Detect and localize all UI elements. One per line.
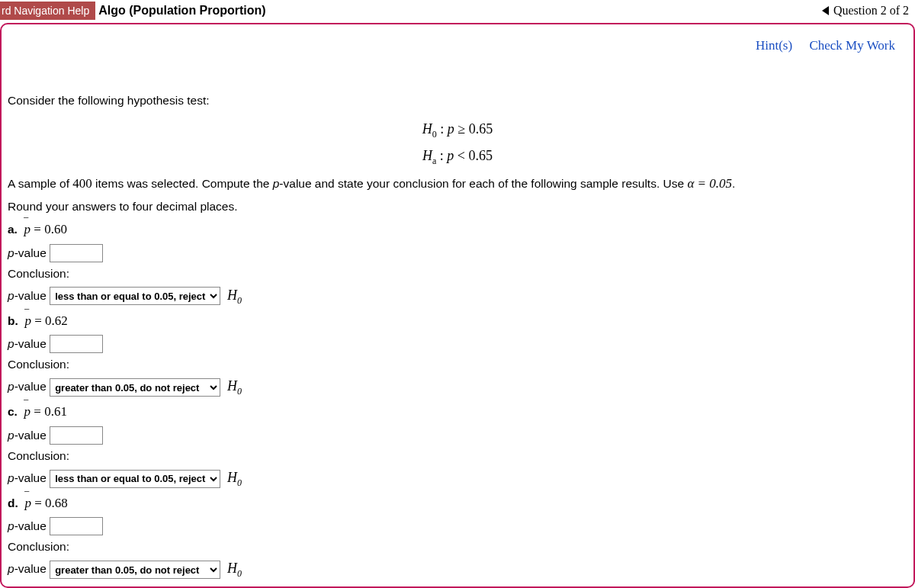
part-d-header: d. p = 0.68 xyxy=(8,493,907,513)
part-a-pvalue-row: p-value xyxy=(8,244,907,262)
part-a-conclusion-label: Conclusion: xyxy=(8,265,907,283)
part-a-conclusion-select[interactable]: less than or equal to 0.05, reject great… xyxy=(50,287,220,305)
part-d-pvalue-row: p-value xyxy=(8,517,907,535)
part-a-header: a. p = 0.60 xyxy=(8,220,907,239)
round-instruction: Round your answers to four decimal place… xyxy=(8,198,907,216)
part-b-header: b. p = 0.62 xyxy=(8,311,907,331)
part-a-pvalue-input[interactable] xyxy=(50,244,103,262)
part-d-conclusion-label: Conclusion: xyxy=(8,538,907,556)
nav-prev-icon[interactable] xyxy=(822,6,829,15)
part-d-pvalue-input[interactable] xyxy=(50,517,103,535)
part-b-conclusion-label: Conclusion: xyxy=(8,355,907,374)
part-b-pvalue-input[interactable] xyxy=(50,335,103,353)
part-c-conclusion-row: p-value less than or equal to 0.05, reje… xyxy=(8,468,907,490)
hypotheses-block: H0 : p ≥ 0.65 Ha : p < 0.65 xyxy=(8,116,907,170)
page-title: Algo (Population Proportion) xyxy=(98,4,266,18)
question-nav[interactable]: Question 2 of 2 xyxy=(822,4,915,18)
part-a-conclusion-row: p-value less than or equal to 0.05, reje… xyxy=(8,285,907,307)
part-d-conclusion-select[interactable]: greater than 0.05, do not reject less th… xyxy=(50,561,220,579)
part-c-header: c. p = 0.61 xyxy=(8,402,907,422)
hints-link[interactable]: Hint(s) xyxy=(756,38,792,53)
nav-help-badge: rd Navigation Help xyxy=(0,2,95,20)
part-b-conclusion-select[interactable]: greater than 0.05, do not reject less th… xyxy=(50,378,220,397)
part-b-pvalue-row: p-value xyxy=(8,335,907,353)
part-c-pvalue-input[interactable] xyxy=(50,426,103,445)
part-c-conclusion-select[interactable]: less than or equal to 0.05, reject great… xyxy=(50,470,220,488)
part-d-conclusion-row: p-value greater than 0.05, do not reject… xyxy=(8,558,907,580)
sample-line: A sample of 400 items was selected. Comp… xyxy=(8,174,907,194)
part-c-conclusion-label: Conclusion: xyxy=(8,447,907,465)
question-panel: Hint(s) Check My Work Consider the follo… xyxy=(0,23,915,588)
check-work-link[interactable]: Check My Work xyxy=(809,38,895,53)
part-b-conclusion-row: p-value greater than 0.05, do not reject… xyxy=(8,376,907,398)
part-c-pvalue-row: p-value xyxy=(8,426,907,445)
prompt-intro: Consider the following hypothesis test: xyxy=(8,92,907,110)
question-counter: Question 2 of 2 xyxy=(833,4,909,18)
